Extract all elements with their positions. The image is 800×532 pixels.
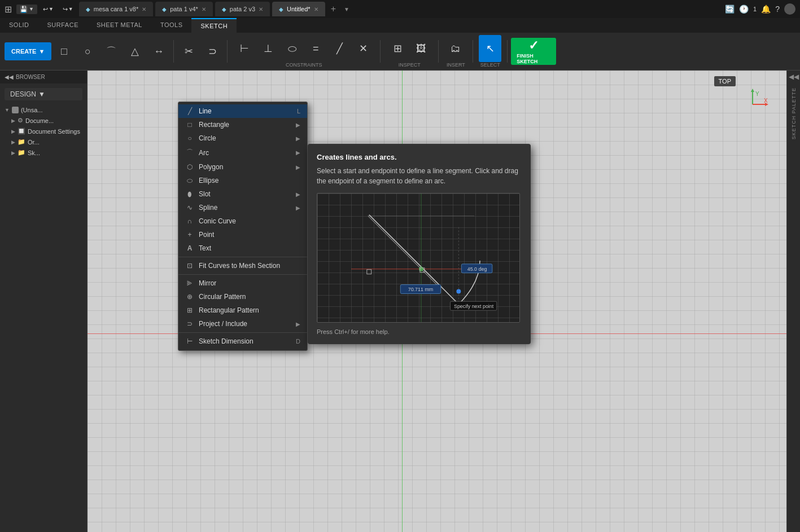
bell-icon[interactable]: 🔔 [761,5,771,14]
notification-count[interactable]: 1 [753,6,757,12]
svg-point-13 [456,289,461,294]
svg-rect-14 [367,270,371,274]
menu-item-conic[interactable]: ∩ Conic Curve [178,214,307,228]
menu-item-label: Mirror [199,279,216,287]
update-icon[interactable]: 🔄 [725,5,735,14]
tool-select[interactable]: ↖ [479,35,501,62]
design-button[interactable]: DESIGN ▼ [5,88,82,100]
tab-overflow-btn[interactable]: ▼ [342,5,352,14]
finish-sketch-btn[interactable]: ✓ FINISH SKETCH [511,38,556,65]
menu-item-circle[interactable]: ○ Circle ▶ [178,131,307,145]
sidebar-item-named[interactable]: ▶ 🔲 Document Settings [0,126,87,137]
menu-item-text[interactable]: A Text [178,241,307,255]
conic-menu-icon: ∩ [185,217,194,225]
tool-measure[interactable]: ⊞ [386,35,409,62]
sidebar-header: ◀◀ BROWSER [0,71,87,83]
sidebar: ◀◀ BROWSER DESIGN ▼ ▼ (Unsa... ▶ ⚙ Docum… [0,71,88,532]
help-icon[interactable]: ? [775,5,780,14]
menu-item-polygon[interactable]: ⬡ Polygon ▶ [178,160,307,174]
tool-offset[interactable]: ⊃ [201,38,224,65]
menu-item-circular[interactable]: ⊕ Circular Pattern [178,290,307,304]
sidebar-item-label: Or... [28,139,40,146]
eq-icon: = [313,43,319,55]
tab-untitled[interactable]: ◆ Untitled* ✕ [272,2,325,16]
menu-item-point[interactable]: + Point [178,228,307,241]
tool-slash[interactable]: ╱ [328,35,351,62]
menu-item-rectangle[interactable]: □ Rectangle ▶ [178,118,307,131]
menu-item-ellipse[interactable]: ⬭ Ellipse [178,174,307,187]
tab-tools[interactable]: TOOLS [151,18,192,33]
tab-surface[interactable]: SURFACE [38,18,88,33]
menu-item-slot[interactable]: ⬮ Slot ▶ [178,187,307,201]
menu-item-spline[interactable]: ∿ Spline ▶ [178,201,307,214]
select-tools: ↖ [479,35,501,62]
tool-dimension[interactable]: ↔ [147,38,170,65]
menu-divider2 [178,274,307,275]
tool-cross[interactable]: ✕ [352,35,374,62]
tab-sketch[interactable]: SKETCH [191,18,237,33]
tab-close[interactable]: ✕ [314,6,318,12]
tree-arrow: ▶ [11,129,15,134]
collapse-left-icon[interactable]: ◀◀ [5,74,14,80]
tool-oval[interactable]: ⬭ [281,35,303,62]
sidebar-item-origin[interactable]: ▶ 📁 Or... [0,137,87,147]
redo-btn[interactable]: ↪▼ [59,5,77,14]
tool-circle[interactable]: ○ [76,38,99,65]
tab-pata1[interactable]: ◆ pata 1 v4* ✕ [155,2,213,16]
menu-item-label: Spline [199,204,217,212]
tool-inspect2[interactable]: 🖼 [410,35,432,62]
modify-label: CONSTRAINTS [286,62,322,68]
sidebar-item-docsettings[interactable]: ▶ ⚙ Docume... [0,115,87,126]
menu-item-sketchdim[interactable]: ⊢ Sketch Dimension D [178,335,307,348]
svg-text:Y: Y [755,91,759,97]
collapse-right-btn[interactable]: ◀◀ [786,71,801,83]
tab-pata2[interactable]: ◆ pata 2 v3 ✕ [215,2,270,16]
new-tab-btn[interactable]: + [327,3,339,15]
file-menu-btn[interactable]: 💾▼ [16,5,37,14]
create-menu-btn[interactable]: CREATE ▼ [5,42,51,60]
menu-item-line[interactable]: ╱ Line L [178,104,307,118]
tool-rectangle[interactable]: □ [53,38,75,65]
user-avatar[interactable] [784,3,795,15]
sidebar-item-unsaved[interactable]: ▼ (Unsa... [0,105,87,115]
design-label: DESIGN [10,90,36,98]
clock-icon[interactable]: 🕐 [739,5,749,14]
menu-item-arc[interactable]: ⌒ Arc ▶ [178,145,307,160]
tooltip-footer: Press Ctrl+/ for more help. [317,328,522,335]
shortcut-label: L [297,108,300,115]
tool-eq[interactable]: = [304,35,327,62]
tool-arc[interactable]: ⌒ [100,38,123,65]
slash-icon: ╱ [336,42,343,55]
grid-icon[interactable]: ⊞ [5,4,12,15]
folder-icon: 📁 [18,138,25,146]
menu-item-label: Rectangular Pattern [199,306,259,314]
tab-close[interactable]: ✕ [142,6,146,12]
menu-item-mirror[interactable]: ⫸ Mirror [178,276,307,290]
tooltip-desc: Select a start and endpoint to define a … [317,166,522,186]
tool-perp[interactable]: ⊥ [257,35,279,62]
menu-item-project[interactable]: ⊃ Project / Include ▶ [178,317,307,331]
canvas-area[interactable]: TOP Y X -125 -100 -75 -50 -25 [88,71,786,532]
oval-icon: ⬭ [288,43,296,55]
tool-triangle[interactable]: △ [124,38,146,65]
sidebar-item-sketch[interactable]: ▶ 📁 Sk... [0,147,87,158]
sketch-folder-icon: 📁 [18,149,25,156]
menu-item-label: Circle [199,134,216,142]
sep1 [173,40,174,63]
tool-trim[interactable]: ✂ [177,38,200,65]
tool-insert1[interactable]: 🗂 [444,35,467,62]
select-icon: ↖ [486,42,495,55]
submenu-arrow: ▶ [296,150,300,156]
tab-mesa-cara[interactable]: ◆ mesa cara 1 v8* ✕ [79,2,153,16]
menu-item-label: Line [199,107,212,115]
tab-close[interactable]: ✕ [259,6,263,12]
tab-sheet-metal[interactable]: SHEET METAL [88,18,151,33]
menu-item-rectangular[interactable]: ⊞ Rectangular Pattern [178,304,307,317]
trim-icon: ✂ [185,45,193,58]
tab-close[interactable]: ✕ [202,6,206,12]
tool-pipe[interactable]: ⊢ [233,35,256,62]
undo-btn[interactable]: ↩▼ [40,5,57,14]
tab-solid[interactable]: SOLID [0,18,38,33]
arc-menu-icon: ⌒ [185,148,194,157]
menu-item-fitcurves[interactable]: ⊡ Fit Curves to Mesh Section [178,259,307,272]
